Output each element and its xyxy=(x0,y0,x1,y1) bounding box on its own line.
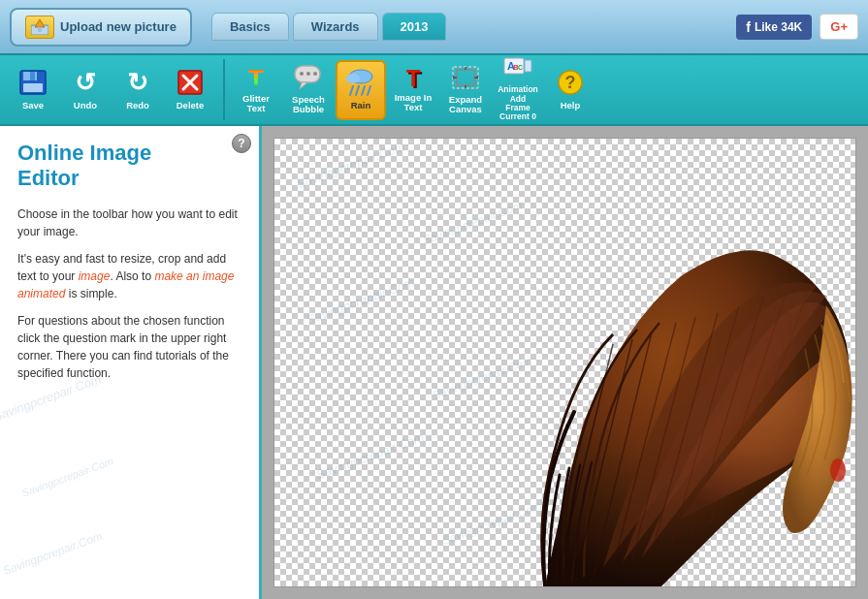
svg-rect-22 xyxy=(457,70,474,85)
canvas-area: Savingpcrepair.Com Savingpcrepair.Com Sa… xyxy=(262,126,868,599)
social-buttons: f Like 34K G+ xyxy=(736,14,858,40)
tab-basics[interactable]: Basics xyxy=(211,13,289,41)
rain-button[interactable]: Rain xyxy=(336,60,386,120)
upload-icon xyxy=(25,16,54,39)
undo-button[interactable]: ↺ Undo xyxy=(60,60,111,120)
svg-rect-2 xyxy=(38,27,42,32)
sidebar-help-button[interactable]: ? xyxy=(232,134,251,153)
redo-icon: ↻ xyxy=(127,68,148,98)
svg-marker-28 xyxy=(475,76,478,79)
gplus-button[interactable]: G+ xyxy=(820,14,858,40)
rain-label: Rain xyxy=(351,101,371,110)
svg-line-19 xyxy=(362,86,365,95)
tab-2013[interactable]: 2013 xyxy=(382,13,447,41)
image-in-text-button[interactable]: T Image InText xyxy=(388,60,438,120)
sidebar-wm-3: Savingpcrepair.Com xyxy=(1,529,105,578)
image-in-text-label: Image InText xyxy=(395,93,433,113)
eagle-wing xyxy=(487,179,855,586)
svg-point-16 xyxy=(346,74,360,83)
animation-button[interactable]: A B C AnimationAdd FrameCurrent 0 xyxy=(493,60,543,120)
svg-rect-6 xyxy=(30,72,35,80)
sidebar: ? Online ImageEditor Choose in the toolb… xyxy=(0,126,262,599)
toolbar: Save ↺ Undo ↻ Redo Delete T GlitterTe xyxy=(0,53,868,126)
top-header: Upload new picture Basics Wizards 2013 f… xyxy=(0,0,868,53)
sidebar-para-2: It's easy and fast to resize, crop and a… xyxy=(17,250,241,302)
expand-canvas-icon xyxy=(451,65,480,92)
rain-icon xyxy=(345,69,376,98)
save-label: Save xyxy=(22,101,44,110)
speech-bubble-icon xyxy=(294,65,323,92)
sidebar-para-1: Choose in the toolbar how you want to ed… xyxy=(17,205,241,240)
svg-line-20 xyxy=(368,86,370,95)
highlight-1: image xyxy=(79,269,111,283)
fb-label: Like 34K xyxy=(755,20,802,34)
animation-label: AnimationAdd FrameCurrent 0 xyxy=(497,85,539,121)
fb-icon: f xyxy=(746,19,751,35)
upload-button[interactable]: Upload new picture xyxy=(10,8,192,47)
svg-rect-33 xyxy=(525,60,531,72)
facebook-like-button[interactable]: f Like 34K xyxy=(736,15,812,40)
expand-canvas-button[interactable]: Expand Canvas xyxy=(440,60,491,120)
svg-point-13 xyxy=(306,72,310,76)
help-icon: ? xyxy=(557,69,584,98)
speech-bubble-button[interactable]: SpeechBubble xyxy=(283,60,334,120)
svg-marker-1 xyxy=(35,19,45,27)
svg-line-18 xyxy=(356,86,359,95)
undo-label: Undo xyxy=(74,101,97,110)
svg-line-17 xyxy=(350,86,353,95)
svg-point-46 xyxy=(830,458,846,482)
redo-label: Redo xyxy=(126,101,149,110)
highlight-2: make an image animated xyxy=(17,269,234,300)
tab-wizards[interactable]: Wizards xyxy=(293,13,378,41)
glitter-text-button[interactable]: T GlitterText xyxy=(231,60,281,120)
glitter-text-label: GlitterText xyxy=(242,94,270,114)
delete-icon xyxy=(177,69,204,98)
help-label: Help xyxy=(561,101,581,110)
undo-icon: ↺ xyxy=(75,68,96,98)
canvas-inner: Savingpcrepair.Com Savingpcrepair.Com Sa… xyxy=(273,138,856,587)
redo-button[interactable]: ↻ Redo xyxy=(113,60,163,120)
svg-text:C: C xyxy=(518,64,523,71)
glitter-text-icon: T xyxy=(248,66,264,91)
speech-bubble-label: SpeechBubble xyxy=(292,95,325,115)
main-layout: ? Online ImageEditor Choose in the toolb… xyxy=(0,126,868,599)
animation-icon: A B C xyxy=(503,57,532,82)
svg-marker-11 xyxy=(300,82,307,89)
expand-canvas-label: Expand Canvas xyxy=(444,95,487,115)
svg-point-12 xyxy=(300,72,304,76)
sidebar-para-3: For questions about the chosen function … xyxy=(17,312,241,382)
sidebar-title: Online ImageEditor xyxy=(17,141,241,192)
save-icon xyxy=(18,69,48,98)
image-in-text-icon: T xyxy=(406,67,421,90)
delete-label: Delete xyxy=(177,101,205,110)
sidebar-wm-2: Savingpcrepair.Com xyxy=(20,455,114,498)
delete-button[interactable]: Delete xyxy=(165,60,215,120)
svg-rect-5 xyxy=(23,83,43,92)
tab-group: Basics Wizards 2013 xyxy=(211,13,447,41)
save-button[interactable]: Save xyxy=(8,60,58,120)
svg-text:?: ? xyxy=(565,73,576,92)
file-tools: Save ↺ Undo ↻ Redo Delete xyxy=(8,59,225,120)
svg-point-14 xyxy=(313,72,317,76)
svg-marker-27 xyxy=(453,76,456,79)
help-button[interactable]: ? Help xyxy=(545,60,595,120)
